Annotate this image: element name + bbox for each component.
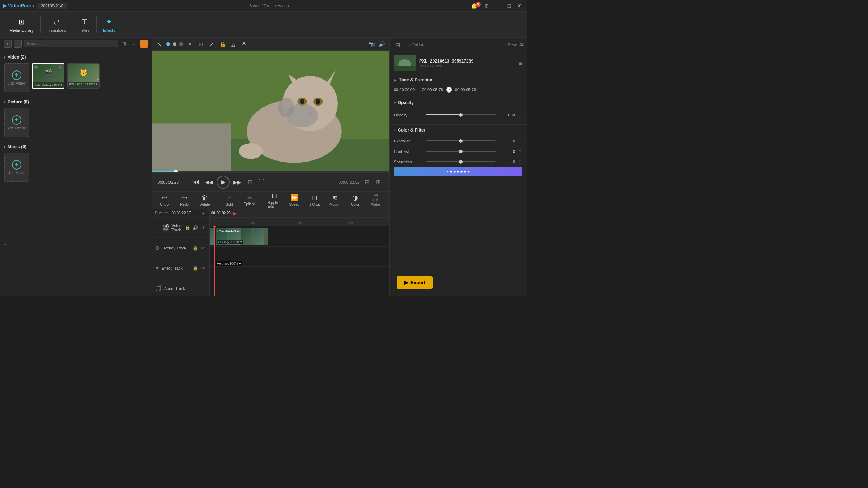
delete-button[interactable]: 🗑 Delete <box>195 193 214 208</box>
crop-button[interactable]: ⊡ 1 Crop <box>305 192 324 208</box>
arrow-tool-icon[interactable]: ↗ <box>208 40 216 48</box>
add-picture-button[interactable]: + Add Picture <box>4 108 29 137</box>
exposure-up[interactable]: ▲ <box>518 138 522 141</box>
color-button[interactable]: ◑ Color <box>346 192 365 208</box>
track-content[interactable]: 00:00:02.23 ▶ 20 40 1'0 1'20 1'40 2'0 2'… <box>210 209 389 296</box>
split-button[interactable]: ✂ Split <box>220 192 239 208</box>
overlay-track-eye[interactable]: 👁 <box>200 245 207 251</box>
overlay-track-name: Overlay Track <box>162 246 190 250</box>
options-button[interactable] <box>140 40 148 48</box>
toolbar-titles[interactable]: T Titles <box>75 14 95 35</box>
opacity-up[interactable]: ▲ <box>518 112 522 115</box>
skip-start-button[interactable]: ⏮ <box>191 177 201 188</box>
video-track-eye[interactable]: 👁 <box>200 224 207 231</box>
remove-item-button[interactable]: − <box>14 40 22 48</box>
fit-view-button[interactable]: ⊞ <box>373 177 383 187</box>
effect-track-lock[interactable]: 🔒 <box>192 265 199 271</box>
rp-panel-icon[interactable]: ⊟ <box>392 40 403 50</box>
contrast-up[interactable]: ▲ <box>518 148 522 151</box>
export-button[interactable]: ▶ Export <box>397 276 433 289</box>
toolbar-effects[interactable]: ✦ Effects <box>98 14 120 35</box>
motion-button[interactable]: ≋ Motion <box>326 192 344 208</box>
exposure-label: Exposure <box>394 139 423 143</box>
toolbar-transitions[interactable]: ⇄ Transitions <box>42 14 71 35</box>
crop-tool-icon[interactable]: ⊡ <box>197 40 205 48</box>
fullscreen-button[interactable]: ⛶ <box>256 177 267 187</box>
grid-view-button[interactable]: ⊞ <box>120 40 128 48</box>
volume-icon[interactable]: 🔊 <box>378 40 386 48</box>
dot-blue[interactable] <box>166 42 170 46</box>
opacity-slider[interactable] <box>426 114 496 115</box>
maximize-button[interactable]: □ <box>505 1 514 10</box>
dropdown-arrow[interactable]: ▾ <box>33 4 34 8</box>
time-duration-content: 00:00:00.00 - 00:00:05.78 🕐 00:00:05.78 <box>390 85 527 97</box>
sort-button[interactable]: ↕ <box>130 40 138 48</box>
saturation-up[interactable]: ▲ <box>518 159 522 162</box>
undo-button[interactable]: ↩ Undo <box>155 192 174 208</box>
snap-icon[interactable]: △ <box>229 40 237 48</box>
color-filter-header[interactable]: ▾ Color & Filter <box>390 125 527 136</box>
duration-value: 00:00:22.67 <box>172 211 191 215</box>
video-track-volume[interactable]: 🔊 <box>192 224 199 231</box>
settings-icon[interactable]: ⚙ <box>484 3 489 9</box>
reset-all-button[interactable]: Reset All <box>508 43 524 47</box>
video-section-header[interactable]: ▾ Video (2) <box>3 53 149 61</box>
add-item-button[interactable]: + <box>4 40 12 48</box>
compare-view-button[interactable]: ⊟ <box>362 177 372 187</box>
transform-tool-icon[interactable]: ✦ <box>186 40 194 48</box>
video-section-label: Video (2) <box>8 55 26 60</box>
split-all-button[interactable]: ✂ Split all <box>240 193 259 207</box>
fold-all-button[interactable]: ⊟ Fold All <box>405 41 428 49</box>
clip-filename: PXL_20210613_095917289 <box>419 59 515 64</box>
effect-track-eye[interactable]: 👁 <box>200 265 207 271</box>
music-arrow-icon: ▾ <box>4 145 5 149</box>
ripple-edit-button[interactable]: ⊟ Ripple Edit <box>265 191 284 210</box>
dot-dark[interactable] <box>179 42 183 46</box>
split-preview-button[interactable]: ⊡ <box>245 177 255 187</box>
progress-track[interactable] <box>152 171 389 172</box>
video-clip-2[interactable]: PXL_20210613_095917289 Opacity: 100% ▾ <box>216 228 268 245</box>
close-button[interactable]: ✕ <box>515 1 524 10</box>
filename-badge: 202109-21-0 <box>37 3 67 9</box>
exposure-down[interactable]: ▼ <box>518 141 522 144</box>
add-video-button[interactable]: + Add Video <box>4 63 29 92</box>
saturation-slider[interactable] <box>426 161 496 162</box>
select-tool-icon[interactable]: ↖ <box>156 40 163 48</box>
play-pause-button[interactable]: ▶ <box>217 176 230 189</box>
time-duration-header[interactable]: ▶ Time & Duration <box>390 74 527 85</box>
clock-icon: 🕐 <box>446 87 452 93</box>
overlay-track-lock[interactable]: 🔒 <box>192 245 199 251</box>
opacity-header[interactable]: ▾ Opacity <box>390 97 527 108</box>
search-input[interactable] <box>24 40 118 47</box>
toolbar-media-library[interactable]: ⊞ Media Library <box>4 14 39 35</box>
speed-button[interactable]: ⏩ Speed <box>285 192 304 208</box>
video-preview[interactable] <box>152 51 389 172</box>
contrast-slider[interactable] <box>426 151 496 152</box>
color-apply-button[interactable]: ● ■ ■ ■ ■ ■ ■ <box>394 167 522 176</box>
add-music-button[interactable]: + Add Music <box>4 153 29 182</box>
opacity-down[interactable]: ▼ <box>518 115 522 118</box>
lock-icon[interactable]: 🔒 <box>218 40 226 48</box>
video-track-lock[interactable]: 🔒 <box>184 224 191 231</box>
picture-section-header[interactable]: ▾ Picture (0) <box>3 98 149 106</box>
exposure-slider[interactable] <box>426 140 496 141</box>
redo-button[interactable]: ↪ Redo <box>175 192 194 208</box>
minimize-button[interactable]: − <box>495 1 503 10</box>
video-thumb-1-close[interactable]: × <box>58 65 63 70</box>
contrast-down[interactable]: ▼ <box>518 151 522 154</box>
video-thumb-1[interactable]: 🎬 PXL_202...1256448 × 📹 <box>32 63 64 89</box>
dot-gray[interactable] <box>173 42 176 46</box>
music-section-header[interactable]: ▾ Music (0) <box>3 143 149 151</box>
contrast-label: Contrast <box>394 149 423 154</box>
add-track-button[interactable]: + <box>200 210 207 217</box>
audio-button[interactable]: 🎵 Audio <box>366 192 385 208</box>
progress-handle[interactable] <box>174 170 178 172</box>
clip-menu-icon[interactable]: ≡ <box>518 60 522 67</box>
camera-icon[interactable]: 📷 <box>367 40 375 48</box>
contrast-arrows: ▲ ▼ <box>518 148 522 154</box>
saturation-down[interactable]: ▼ <box>518 162 522 165</box>
eye-preview-icon[interactable]: 👁 <box>240 40 248 48</box>
next-frame-button[interactable]: ▶▶ <box>232 177 243 188</box>
prev-frame-button[interactable]: ◀◀ <box>204 177 214 188</box>
video-thumb-2[interactable]: 🐱 PXL_202...5917289 ℹ <box>67 63 100 89</box>
